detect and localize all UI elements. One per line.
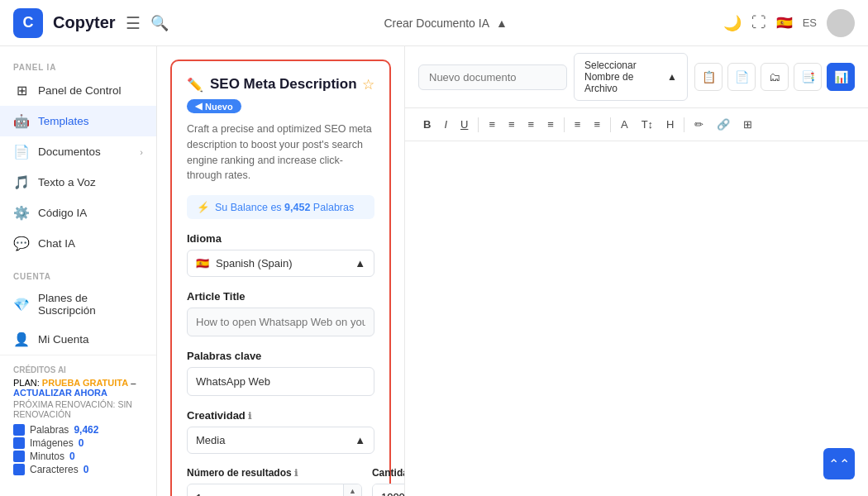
language-label[interactable]: ES: [803, 17, 817, 29]
texto-voz-icon: 🎵: [13, 174, 30, 190]
credit-row-caracteres: Caracteres 0: [13, 464, 143, 475]
toolbar-doc-btn[interactable]: 📄: [727, 63, 756, 91]
credits-section: CRÉDITOS AI PLAN: PRUEBA GRATUITA – ACTU…: [0, 355, 156, 487]
fullscreen-icon[interactable]: ⛶: [751, 14, 766, 31]
align-left-btn[interactable]: ≡: [484, 115, 500, 134]
num-resultados-input[interactable]: [188, 485, 343, 496]
num-resultados-up[interactable]: ▲: [344, 484, 361, 496]
balance-label: Su Balance es: [215, 202, 282, 213]
chevron-right-icon: ›: [140, 147, 143, 157]
idioma-select[interactable]: 🇪🇸 Spanish (Spain) ▲: [187, 250, 374, 277]
toolbar-file-btn[interactable]: 🗂: [761, 63, 789, 91]
credit-row-minutos: Minutos 0: [13, 451, 143, 462]
unordered-list-btn[interactable]: ≡: [589, 115, 605, 134]
underline-btn[interactable]: U: [455, 115, 473, 134]
archivo-selector[interactable]: Seleccionar Nombre de Archivo ▲: [574, 53, 688, 101]
app-title: Copyter: [53, 13, 116, 32]
align-center-btn[interactable]: ≡: [503, 115, 520, 134]
divider1: [478, 117, 479, 132]
article-title-label: Article Title: [187, 290, 374, 303]
heading-btn[interactable]: H: [661, 115, 679, 134]
sidebar-item-label: Documentos: [38, 145, 101, 158]
topnav: C Copyter ☰ 🔍 Crear Documento IA ▲ 🌙 ⛶ 🇪…: [0, 0, 868, 46]
hamburger-icon[interactable]: ☰: [126, 13, 141, 33]
divider4: [684, 117, 684, 132]
form-title: SEO Meta Description: [210, 76, 357, 93]
ordered-list-btn[interactable]: ≡: [570, 115, 586, 134]
font-color-btn[interactable]: A: [616, 115, 633, 134]
active-icon: 📊: [834, 70, 848, 83]
link-btn[interactable]: 🔗: [712, 115, 735, 134]
planes-icon: 💎: [13, 297, 30, 312]
font-size-btn[interactable]: T↕: [637, 115, 658, 134]
balance-number: 9,452: [284, 202, 310, 213]
chat-icon: 💬: [13, 236, 30, 251]
italic-btn[interactable]: I: [439, 115, 452, 134]
sidebar-item-texto-a-voz[interactable]: 🎵 Texto a Voz: [0, 167, 156, 198]
renovation-line: PRÓXIMA RENOVACIÓN: SIN RENOVACIÓN: [13, 399, 143, 419]
editor-area[interactable]: [405, 141, 868, 496]
doc-name-input[interactable]: [418, 64, 567, 90]
documentos-icon: 📄: [13, 144, 30, 160]
scroll-icon: ⌃⌃: [828, 456, 850, 472]
sidebar-item-label: Código IA: [38, 207, 87, 219]
templates-icon: 🤖: [13, 113, 30, 129]
pen-btn[interactable]: ✏: [689, 115, 708, 134]
creatividad-select[interactable]: Media ▲: [187, 427, 374, 454]
creatividad-group: Creatividad ℹ Media ▲: [187, 409, 374, 454]
sidebar-item-panel-control[interactable]: ⊞ Panel de Control: [0, 75, 156, 106]
panel-ia-label: PANEL IA: [0, 56, 156, 75]
table-btn[interactable]: ⊞: [738, 115, 757, 134]
format-bar: B I U ≡ ≡ ≡ ≡ ≡ ≡ A T↕ H ✏ 🔗 ⊞: [405, 108, 868, 141]
chevron-up-icon: ▲: [496, 17, 508, 30]
form-header: ✏️ SEO Meta Description ◀ Nuevo ☆: [187, 76, 374, 113]
idioma-flag: 🇪🇸: [196, 257, 209, 269]
sidebar-item-mi-cuenta[interactable]: 👤 Mi Cuenta: [0, 324, 156, 355]
num-row: Número de resultados ℹ ▲ ▼ Cantidad máxi…: [187, 467, 374, 496]
crear-documento-button[interactable]: Crear Documento IA ▲: [384, 17, 507, 30]
toolbar-copy-btn[interactable]: 📋: [694, 63, 723, 91]
num-resultados-label: Número de resultados ℹ: [187, 467, 362, 479]
palabras-clave-label: Palabras clave: [187, 350, 374, 362]
moon-icon[interactable]: 🌙: [723, 14, 742, 32]
nuevo-badge: ◀ Nuevo: [187, 99, 241, 113]
sidebar-item-label: Chat IA: [38, 237, 75, 250]
panel-control-icon: ⊞: [13, 83, 30, 98]
toolbar-active-btn[interactable]: 📊: [827, 63, 855, 91]
bold-btn[interactable]: B: [418, 115, 436, 134]
chevron-up-icon2: ▲: [355, 434, 365, 446]
star-icon[interactable]: ☆: [362, 76, 374, 93]
sidebar-item-documentos[interactable]: 📄 Documentos ›: [0, 136, 156, 167]
sidebar-item-codigo-ia[interactable]: ⚙️ Código IA: [0, 198, 156, 228]
search-icon[interactable]: 🔍: [150, 14, 169, 32]
sidebar-item-label: Texto a Voz: [38, 176, 96, 188]
doc-icon: 📄: [735, 70, 749, 83]
sidebar-item-planes[interactable]: 💎 Planes de Suscripción: [0, 284, 156, 324]
plan-upgrade-link[interactable]: ACTUALIZAR AHORA: [13, 388, 107, 398]
scroll-to-top-btn[interactable]: ⌃⌃: [823, 448, 855, 479]
idioma-group: Idioma 🇪🇸 Spanish (Spain) ▲: [187, 232, 374, 277]
crear-label: Crear Documento IA: [384, 17, 489, 30]
justify-btn[interactable]: ≡: [542, 115, 559, 134]
article-title-input[interactable]: [187, 308, 374, 336]
plan-label: PLAN:: [13, 378, 40, 388]
idioma-label: Idioma: [187, 232, 374, 245]
sidebar-item-chat-ia[interactable]: 💬 Chat IA: [0, 228, 156, 259]
cuenta-label: CUENTA: [0, 265, 156, 284]
credit-label: Minutos: [30, 451, 64, 462]
toolbar-pages-btn[interactable]: 📑: [794, 63, 822, 91]
avatar[interactable]: [827, 9, 855, 37]
sidebar-item-label: Templates: [38, 115, 89, 127]
language-flag: 🇪🇸: [776, 15, 793, 31]
form-title-row: ✏️ SEO Meta Description: [187, 76, 357, 93]
sidebar-item-label: Planes de Suscripción: [38, 292, 143, 317]
pages-icon: 📑: [801, 70, 815, 83]
archivo-label: Seleccionar Nombre de Archivo: [584, 60, 662, 94]
palabras-clave-input[interactable]: [187, 367, 374, 396]
nuevo-label: Nuevo: [205, 102, 233, 112]
cantidad-max-input[interactable]: [373, 484, 405, 496]
article-title-group: Article Title: [187, 290, 374, 336]
sidebar-item-templates[interactable]: 🤖 Templates: [0, 106, 156, 136]
align-right-btn[interactable]: ≡: [523, 115, 540, 134]
minutos-icon: [13, 451, 25, 462]
